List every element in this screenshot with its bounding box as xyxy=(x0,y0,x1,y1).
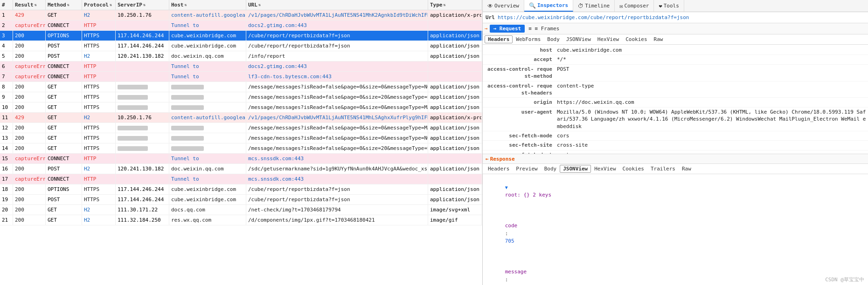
htab-webforms[interactable]: WebForms xyxy=(513,35,544,43)
table-row[interactable]: 13 200 GET HTTPS /message/messages?isRea… xyxy=(0,133,482,143)
table-row[interactable]: 14 200 GET HTTPS /message/messages?isRea… xyxy=(0,143,482,154)
table-row[interactable]: 8 200 GET HTTPS /message/messages?isRead… xyxy=(0,82,482,92)
table-row[interactable]: 9 200 GET HTTPS /message/messages?isRead… xyxy=(0,92,482,102)
resp-tab-body[interactable]: Body xyxy=(541,165,560,173)
cell-result: 200 xyxy=(13,195,46,204)
col-header-type[interactable]: Type ⇅ xyxy=(428,0,482,10)
table-row[interactable]: 16 200 POST H2 120.241.130.182 doc.weixi… xyxy=(0,164,482,174)
col-header-server[interactable]: ServerIP ⇅ xyxy=(116,0,169,10)
response-tabs-bar: HeadersPreviewBodyJSONViewHexViewCookies… xyxy=(483,164,868,174)
table-row[interactable]: 20 200 GET H2 111.30.171.22 docs.qq.com … xyxy=(0,205,482,215)
cell-result: 200 xyxy=(13,92,46,102)
cell-num: 3 xyxy=(0,31,13,41)
cell-method: POST xyxy=(46,41,82,51)
cell-proto: HTTPS xyxy=(82,123,116,133)
htab-cookies[interactable]: Cookies xyxy=(622,35,650,43)
table-row[interactable]: 7 captureError CONNECT HTTP Tunnel to lf… xyxy=(0,72,482,82)
htab-body[interactable]: Body xyxy=(544,35,563,43)
htab-hexview[interactable]: HexView xyxy=(594,35,622,43)
col-header-host[interactable]: Host ⇅ xyxy=(169,0,246,10)
resp-tab-cookies[interactable]: Cookies xyxy=(619,165,647,173)
cell-num: 17 xyxy=(0,174,13,184)
cell-num: 4 xyxy=(0,41,13,51)
table-row[interactable]: 21 200 GET H2 111.32.184.250 res.wx.qq.c… xyxy=(0,215,482,225)
htab-raw[interactable]: Raw xyxy=(651,35,667,43)
resp-tab-hexview[interactable]: HexView xyxy=(591,165,619,173)
cell-type: application/x-protobuf xyxy=(428,10,482,20)
col-header-num[interactable]: # xyxy=(0,0,13,10)
table-row[interactable]: 17 captureError CONNECT HTTP Tunnel to m… xyxy=(0,174,482,184)
table-row[interactable]: 10 200 GET HTTPS /message/messages?isRea… xyxy=(0,102,482,113)
table-row[interactable]: 11 429 GET H2 10.250.1.76 content-autofi… xyxy=(0,113,482,123)
cell-url: /message/messages?isRead=false&page=0&si… xyxy=(246,143,428,153)
cell-result: 200 xyxy=(13,102,46,112)
resp-tab-raw[interactable]: Raw xyxy=(679,165,694,173)
tab-frames[interactable]: ≡ ≡ Frames xyxy=(525,25,563,33)
table-row[interactable]: 18 200 OPTIONS HTTPS 117.144.246.244 cub… xyxy=(0,184,482,195)
col-header-result[interactable]: Result ⇅ xyxy=(13,0,46,10)
table-row[interactable]: 1 429 GET H2 10.250.1.76 content-autofil… xyxy=(0,10,482,20)
cell-type xyxy=(428,72,482,81)
table-row[interactable]: 2 captureError CONNECT HTTP Tunnel to do… xyxy=(0,20,482,31)
htab-headers[interactable]: Headers xyxy=(485,35,513,43)
cell-proto: HTTP xyxy=(82,72,116,81)
tab-request[interactable]: → Request xyxy=(490,25,525,33)
cell-host xyxy=(169,143,246,153)
cell-method: GET xyxy=(46,113,82,122)
cell-url: /v1/pages/ChRDaHJvbWUvMTA1LjAuNTE5NS41Mh… xyxy=(246,113,428,122)
cell-url: /cube/report/reportbizdata?f=json xyxy=(246,41,428,51)
resp-tab-jsonview[interactable]: JSONView xyxy=(560,165,591,173)
cell-num: 6 xyxy=(0,61,13,71)
cell-host xyxy=(169,123,246,133)
cell-url: /net-check/img?t=1703468179794 xyxy=(246,205,428,215)
tab-overview[interactable]: 👁 Overview xyxy=(483,0,524,12)
cell-url: /cube/report/reportbizdata?f=json xyxy=(246,31,428,41)
col-header-url[interactable]: URL ⇅ xyxy=(246,0,428,10)
cell-num: 21 xyxy=(0,215,13,225)
cell-server: 117.144.246.244 xyxy=(116,195,169,204)
cell-host: res.wx.qq.com xyxy=(169,215,246,225)
url-bar: Url https://cube.weixinbridge.com/cube/r… xyxy=(483,12,868,23)
cell-time: 154ms xyxy=(482,31,482,41)
resp-tab-headers[interactable]: Headers xyxy=(485,165,513,173)
tab-composer[interactable]: ✉ Composer xyxy=(615,0,654,12)
sort-icon-method: ⇅ xyxy=(67,3,69,7)
resp-tab-trailers[interactable]: Trailers xyxy=(647,165,679,173)
col-header-proto[interactable]: Protocol ⇅ xyxy=(82,0,116,10)
kv-val: Mozilla/5.0 (Windows NT 10.0; WOW64) App… xyxy=(555,108,868,131)
cell-host: cube.weixinbridge.com xyxy=(169,184,246,194)
cell-url: mcs.snssdk.com:443 xyxy=(246,174,428,184)
cell-time: 79ms xyxy=(482,51,482,61)
tab-timeline[interactable]: ⏱ Timeline xyxy=(573,0,615,12)
table-row[interactable]: 15 captureError CONNECT HTTP Tunnel to m… xyxy=(0,154,482,164)
cell-url: /message/messages?isRead=false&page=0&si… xyxy=(246,92,428,102)
tab-inspectors[interactable]: 🔍 Inspectors xyxy=(524,0,573,12)
table-row[interactable]: 4 200 POST HTTPS 117.144.246.244 cube.we… xyxy=(0,41,482,51)
cell-num: 8 xyxy=(0,82,13,92)
sort-icon-type: ⇅ xyxy=(444,3,446,7)
cell-proto: H2 xyxy=(82,205,116,215)
col-header-method[interactable]: Method ⇅ xyxy=(46,0,82,10)
cell-time: 15ms xyxy=(482,215,482,225)
cell-result: captureError xyxy=(13,72,46,81)
cell-num: 18 xyxy=(0,184,13,194)
cell-type: application/x-protobuf xyxy=(428,113,482,122)
table-row[interactable]: 12 200 GET HTTPS /message/messages?isRea… xyxy=(0,123,482,133)
json-expand-icon[interactable]: ▼ xyxy=(505,185,508,190)
cell-host: doc.weixin.qq.com xyxy=(169,164,246,174)
cell-host xyxy=(169,133,246,143)
cell-method: CONNECT xyxy=(46,20,82,30)
json-root-line: ▼ root: {} 2 keys xyxy=(486,176,864,207)
tab-tools[interactable]: ❤ Tools xyxy=(654,0,684,12)
table-row[interactable]: 19 200 POST HTTPS 117.144.246.244 cube.w… xyxy=(0,195,482,205)
table-row[interactable]: 6 captureError CONNECT HTTP Tunnel to do… xyxy=(0,61,482,72)
htab-jsonview[interactable]: JSONView xyxy=(563,35,594,43)
cell-url: docs2.gtimg.com:443 xyxy=(246,20,428,30)
cell-num: 12 xyxy=(0,123,13,133)
table-row[interactable]: 5 200 POST H2 120.241.130.182 doc.weixin… xyxy=(0,51,482,61)
table-row[interactable]: 3 200 OPTIONS HTTPS 117.144.246.244 cube… xyxy=(0,31,482,41)
cell-server xyxy=(116,174,169,184)
resp-tab-preview[interactable]: Preview xyxy=(513,165,541,173)
cell-method: CONNECT xyxy=(46,61,82,71)
cell-result: 200 xyxy=(13,215,46,225)
